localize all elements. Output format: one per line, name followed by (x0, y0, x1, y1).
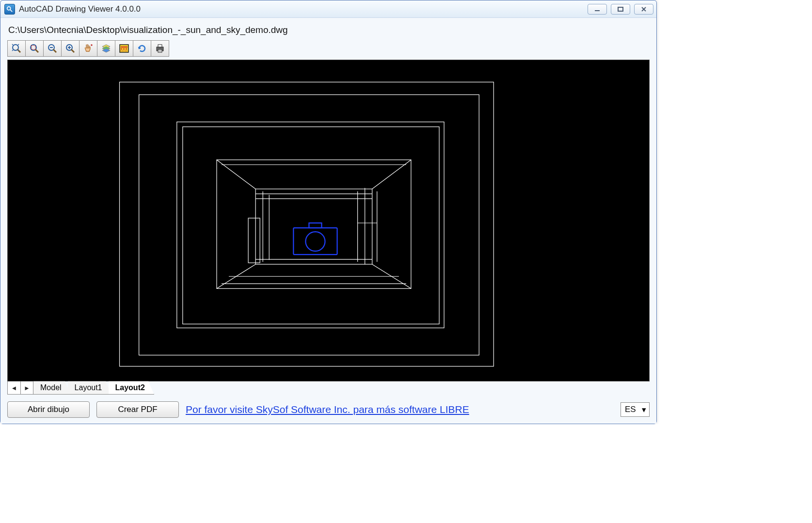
app-icon (4, 4, 15, 15)
app-window: AutoCAD Drawing Viewer 4.0.0.0 C:\Users\… (0, 0, 657, 424)
svg-rect-3 (618, 7, 623, 11)
layers-button[interactable] (97, 40, 115, 57)
tab-layout2[interactable]: Layout2 (109, 381, 154, 395)
tab-label: Layout2 (115, 383, 145, 392)
create-pdf-button[interactable]: Crear PDF (96, 401, 179, 418)
minimize-button[interactable] (588, 4, 607, 15)
language-select[interactable]: ES ▾ (621, 402, 650, 417)
svg-point-0 (7, 6, 11, 10)
tab-model[interactable]: Model (33, 381, 71, 395)
svg-rect-31 (217, 160, 411, 289)
svg-rect-49 (248, 218, 260, 263)
layout-tabs: ◄ ► Model Layout1 Layout2 (7, 381, 650, 395)
tab-label: Layout1 (75, 383, 102, 392)
maximize-button[interactable] (611, 4, 630, 15)
tab-layout1[interactable]: Layout1 (68, 381, 111, 395)
svg-rect-23 (158, 45, 162, 47)
toolbar (7, 40, 650, 57)
file-path: C:\Users\Ontecnia\Desktop\visualization_… (7, 22, 650, 40)
window-title: AutoCAD Drawing Viewer 4.0.0.0 (19, 4, 141, 14)
svg-line-1 (10, 9, 12, 11)
open-drawing-button[interactable]: Abrir dibujo (7, 401, 90, 418)
titlebar: AutoCAD Drawing Viewer 4.0.0.0 (0, 0, 656, 18)
svg-rect-32 (255, 189, 372, 264)
zoom-window-button[interactable] (25, 40, 44, 57)
close-button[interactable] (634, 4, 653, 15)
print-button[interactable] (151, 40, 169, 57)
zoom-extents-button[interactable] (7, 40, 26, 57)
svg-line-33 (217, 160, 255, 189)
linetype-button[interactable] (115, 40, 133, 57)
svg-point-52 (305, 232, 325, 251)
drawing-viewport[interactable] (7, 60, 650, 381)
svg-line-12 (53, 49, 56, 52)
regen-button[interactable] (133, 40, 151, 57)
button-label: Abrir dibujo (28, 405, 69, 414)
svg-rect-51 (309, 223, 321, 228)
svg-rect-27 (120, 82, 494, 366)
zoom-out-button[interactable] (43, 40, 62, 57)
svg-line-15 (71, 49, 74, 52)
svg-line-34 (372, 160, 411, 189)
skysof-link[interactable]: Por favor visite SkySof Software Inc. pa… (186, 404, 469, 415)
tab-scroll-arrows: ◄ ► (7, 381, 33, 395)
svg-line-9 (35, 49, 38, 52)
svg-rect-24 (158, 49, 162, 52)
tab-scroll-right[interactable]: ► (20, 381, 33, 394)
tab-scroll-left[interactable]: ◄ (8, 381, 20, 394)
svg-rect-30 (183, 127, 439, 324)
window-controls (588, 4, 653, 15)
tab-label: Model (40, 383, 62, 392)
chevron-down-icon: ▾ (642, 405, 646, 415)
button-label: Crear PDF (118, 405, 157, 414)
pan-button[interactable] (79, 40, 97, 57)
bottom-bar: Abrir dibujo Crear PDF Por favor visite … (7, 395, 650, 418)
svg-rect-10 (32, 46, 35, 49)
client-area: C:\Users\Ontecnia\Desktop\visualization_… (0, 18, 656, 424)
zoom-in-button[interactable] (61, 40, 80, 57)
language-value: ES (625, 405, 636, 414)
cad-drawing (8, 60, 649, 381)
